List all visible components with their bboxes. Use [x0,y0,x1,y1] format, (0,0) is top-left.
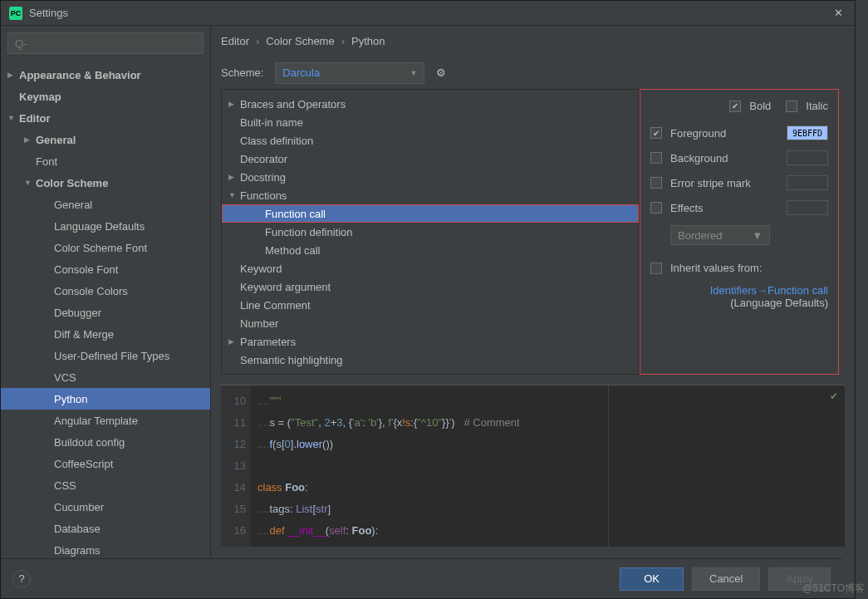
sidebar-item[interactable]: ▼Color Scheme [1,172,210,194]
sidebar-item[interactable]: Language Defaults [1,215,210,237]
effects-row[interactable]: Effects [650,200,828,215]
indent-guide [608,385,609,547]
dialog-footer: ? OK Cancel Apply [1,558,842,598]
tree-arrow-icon: ▶ [228,337,240,346]
category-item[interactable]: ▶Docstring [222,168,639,186]
sidebar-item[interactable]: Angular Template [1,410,210,431]
category-item[interactable]: Built-in name [222,113,639,131]
sidebar-item[interactable]: ▶General [1,129,210,150]
category-item[interactable]: Function call [222,204,639,223]
sidebar-item-label: Font [36,155,57,168]
sidebar-item[interactable]: Diagrams [1,539,210,557]
sidebar-item[interactable]: Database [1,518,210,539]
sidebar-item[interactable]: Keymap [1,86,210,107]
category-item[interactable]: Keyword [222,259,639,277]
inherit-checkbox[interactable]: Inherit values from: [650,262,828,274]
background-swatch[interactable] [787,150,828,165]
category-label: Decorator [240,153,287,165]
sidebar-item[interactable]: Color Scheme Font [1,237,210,258]
sidebar-item[interactable]: Font [1,150,210,172]
checkbox-icon [650,177,662,189]
background-row[interactable]: Background [650,150,828,165]
scheme-select[interactable]: Darcula ▼ [275,62,424,84]
tree-arrow-icon: ▼ [24,179,36,187]
category-item[interactable]: Class definition [222,131,639,150]
sidebar-item[interactable]: Diff & Merge [1,323,210,345]
category-item[interactable]: ▶Braces and Operators [222,95,639,113]
gear-icon[interactable]: ⚙ [436,66,446,79]
sidebar-item-label: Buildout config [54,436,125,449]
foreground-swatch[interactable]: 9EBFFD [787,125,828,140]
sidebar-item[interactable]: Console Colors [1,280,210,302]
search-input[interactable] [7,32,204,54]
category-item[interactable]: ▼Functions [222,186,639,204]
sidebar-item[interactable]: Python [1,388,210,410]
category-label: Braces and Operators [240,98,346,110]
error-stripe-row[interactable]: Error stripe mark [650,175,828,190]
sidebar-item[interactable]: CSS [1,474,210,496]
category-label: Class definition [240,135,313,147]
category-item[interactable]: Keyword argument [222,277,639,296]
category-label: Parameters [240,336,296,348]
inspection-ok-icon: ✔ [830,390,838,402]
watermark: @51CTO博客 [802,582,865,596]
line-number: 12 [221,434,246,455]
sidebar-item[interactable]: General [1,194,210,215]
sidebar-item[interactable]: ▼Editor [1,107,210,129]
code-preview: ✔ 10111213141516 ....""" ....s = ("Test"… [221,385,845,547]
category-item[interactable]: Function definition [222,223,639,241]
properties-panel: Bold Italic Foreground 9EBFFD [640,89,839,375]
sidebar-item[interactable]: Cucumber [1,496,210,518]
breadcrumb-item[interactable]: Color Scheme [266,35,334,47]
breadcrumb-item[interactable]: Python [351,35,385,47]
checkbox-icon [650,127,662,139]
sidebar-item[interactable]: User-Defined File Types [1,345,210,366]
category-item[interactable]: Line Comment [222,296,639,314]
sidebar-item[interactable]: CoffeeScript [1,453,210,474]
sidebar-item-label: Python [54,393,87,405]
sidebar-item-label: Database [54,523,101,535]
sidebar-item[interactable]: VCS [1,366,210,388]
category-label: Function definition [265,226,353,238]
inherit-sublabel: (Language Defaults) [650,297,828,309]
cancel-button[interactable]: Cancel [692,567,760,591]
breadcrumb: Editor › Color Scheme › Python [211,26,855,56]
category-item[interactable]: ▶Parameters [222,332,639,351]
close-icon[interactable]: ✕ [830,7,846,19]
effects-swatch[interactable] [787,200,828,215]
ok-button[interactable]: OK [620,567,684,591]
foreground-row[interactable]: Foreground 9EBFFD [650,125,828,140]
breadcrumb-item[interactable]: Editor [221,35,249,47]
sidebar-item[interactable]: Console Font [1,258,210,280]
content-area: ▶Appearance & BehaviorKeymap▼Editor▶Gene… [1,26,855,557]
italic-checkbox[interactable]: Italic [786,100,828,112]
settings-tree[interactable]: ▶Appearance & BehaviorKeymap▼Editor▶Gene… [1,61,210,557]
line-number: 11 [221,412,246,434]
help-icon[interactable]: ? [12,570,31,588]
category-item[interactable]: Number [222,314,639,332]
category-item[interactable]: Decorator [222,150,639,168]
sidebar-item[interactable]: Debugger [1,302,210,323]
bold-checkbox[interactable]: Bold [729,100,771,112]
sidebar-item-label: Diagrams [54,544,101,557]
category-label: Method call [265,244,320,257]
tree-arrow-icon: ▶ [7,71,19,79]
sidebar-item-label: Editor [19,112,51,125]
error-stripe-swatch[interactable] [787,175,828,190]
effects-value: Bordered [678,229,722,242]
category-tree[interactable]: ▶Braces and OperatorsBuilt-in nameClass … [221,89,640,375]
category-item[interactable]: Method call [222,241,639,259]
sidebar-item[interactable]: ▶Appearance & Behavior [1,64,210,86]
sidebar-item-label: Language Defaults [54,220,145,233]
tree-arrow-icon: ▶ [228,173,240,181]
foreground-label: Foreground [670,127,726,140]
category-label: Line Comment [240,299,311,312]
sidebar-item[interactable]: Buildout config [1,431,210,453]
effects-select[interactable]: Bordered ▼ [670,225,770,245]
settings-sidebar: ▶Appearance & BehaviorKeymap▼Editor▶Gene… [1,26,211,557]
scheme-row: Scheme: Darcula ▼ ⚙ [211,56,855,89]
italic-label: Italic [806,100,828,112]
category-item[interactable]: Semantic highlighting [222,351,639,369]
inherit-link[interactable]: Identifiers→Function call [650,284,828,297]
chevron-down-icon: ▼ [752,229,763,242]
